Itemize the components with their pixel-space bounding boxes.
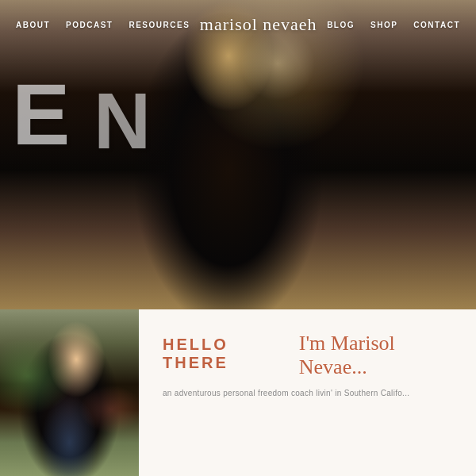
hello-there-label: HELLO THERE: [163, 336, 291, 372]
photo-graffiti-overlay: [0, 309, 139, 476]
secondary-photo: [0, 309, 139, 476]
nav-right: BLOG SHOP CONTACT: [327, 21, 460, 29]
hello-script-name: I'm Marisol Nevae...: [299, 332, 456, 379]
bottom-section: HELLO THERE I'm Marisol Nevae... an adve…: [0, 309, 476, 476]
intro-description: an adventurous personal freedom coach li…: [163, 387, 456, 400]
navigation: ABOUT PODCAST RESOURCES marisol nevaeh B…: [0, 0, 476, 49]
nav-resources[interactable]: RESOURCES: [129, 21, 190, 29]
nav-blog[interactable]: BLOG: [327, 21, 355, 29]
nav-about[interactable]: ABOUT: [16, 21, 50, 29]
nav-left: ABOUT PODCAST RESOURCES: [16, 21, 190, 29]
nav-contact[interactable]: CONTACT: [413, 21, 460, 29]
hello-line: HELLO THERE I'm Marisol Nevae...: [163, 332, 456, 379]
nav-shop[interactable]: SHOP: [370, 21, 397, 29]
nav-podcast[interactable]: PODCAST: [66, 21, 113, 29]
intro-text-section: HELLO THERE I'm Marisol Nevae... an adve…: [139, 309, 476, 476]
site-logo[interactable]: marisol nevaeh: [200, 14, 317, 35]
sign-letter-n: N: [94, 75, 151, 167]
sign-letter-e: E: [12, 63, 70, 164]
